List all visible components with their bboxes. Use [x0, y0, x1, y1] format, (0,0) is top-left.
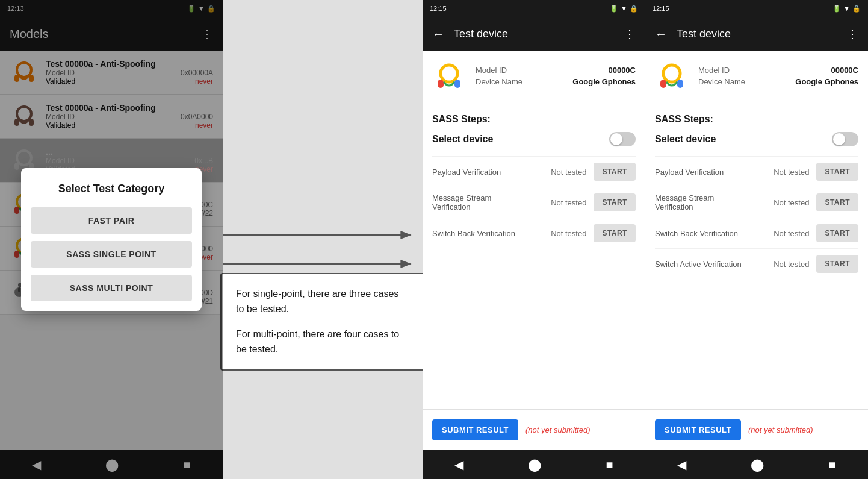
status-icons-3: 🔋 ▼ 🔒	[832, 5, 861, 13]
test-row-2-2: Switch Back Verification Not tested STAR…	[432, 218, 636, 248]
test-status-2-0: Not tested	[538, 167, 586, 177]
sass-single-point-button[interactable]: SASS SINGLE POINT	[31, 241, 192, 268]
signal-icon-3: 🔋	[832, 5, 841, 13]
test-label-3-0: Payload Verification	[655, 167, 761, 177]
test-status-3-1: Not tested	[761, 198, 809, 207]
back-button-3[interactable]: ←	[655, 27, 667, 41]
sass-multi-point-button[interactable]: SASS MULTI POINT	[31, 275, 192, 301]
start-button-3-1[interactable]: START	[816, 193, 858, 211]
signal-icon-2: 🔋	[610, 5, 618, 13]
caption-line2: For multi-point, there are four cases to…	[236, 327, 409, 357]
phone-3: 12:15 🔋 ▼ 🔒 ← Test device ⋮	[645, 0, 868, 479]
header-menu-icon-2[interactable]: ⋮	[624, 27, 636, 41]
device-header-left-2: ← Test device	[432, 27, 508, 41]
start-button-3-0[interactable]: START	[816, 163, 858, 181]
status-bar-3: 12:15 🔋 ▼ 🔒	[645, 0, 868, 17]
status-bar-2: 12:15 🔋 ▼ 🔒	[423, 0, 645, 17]
device-name-label-2: Device Name	[476, 77, 522, 86]
caption-box: For single-point, there are three cases …	[220, 273, 425, 371]
test-label-3-3: Switch Active Verification	[655, 260, 761, 269]
sass-section-3: SASS Steps: Select device Payload Verifi…	[645, 104, 868, 409]
test-label-2-2: Switch Back Verification	[432, 229, 538, 238]
nav-bar-3: ◀ ⬤ ■	[645, 450, 868, 479]
model-id-value-2: 00000C	[608, 66, 636, 75]
device-header-3: ← Test device ⋮	[645, 17, 868, 51]
test-status-2-1: Not tested	[538, 198, 586, 207]
svg-point-23	[441, 65, 457, 82]
test-status-3-2: Not tested	[761, 229, 809, 238]
select-device-row-3: Select device	[655, 132, 858, 146]
lock-icon-2: 🔒	[630, 5, 638, 13]
test-status-3-3: Not tested	[761, 260, 809, 269]
model-id-value-3: 00000C	[831, 66, 858, 75]
wifi-icon-2: ▼	[621, 5, 627, 12]
sass-title-3: SASS Steps:	[655, 114, 858, 125]
phone-1: 12:13 🔋 ▼ 🔒 Models ⋮	[0, 0, 223, 479]
test-row-2-0: Payload Verification Not tested START	[432, 156, 636, 187]
not-submitted-2: (not yet submitted)	[525, 425, 591, 434]
submit-area-2: SUBMIT RESULT (not yet submitted)	[423, 409, 645, 450]
submit-button-3[interactable]: SUBMIT RESULT	[655, 419, 741, 440]
test-row-2-1: Message StreamVerification Not tested ST…	[432, 187, 636, 218]
test-status-3-0: Not tested	[761, 167, 809, 177]
arrows-svg	[223, 0, 423, 479]
start-button-3-2[interactable]: START	[816, 224, 858, 242]
test-row-3-0: Payload Verification Not tested START	[655, 156, 858, 187]
select-device-label-2: Select device	[432, 134, 493, 145]
svg-rect-24	[438, 80, 444, 88]
time-2: 12:15	[430, 5, 447, 12]
device-header-title-3: Test device	[677, 28, 731, 40]
device-header-title-2: Test device	[454, 28, 508, 40]
time-3: 12:15	[653, 5, 669, 12]
start-button-2-1[interactable]: START	[594, 193, 636, 211]
phone-1-content: Models ⋮ Test 00000a - Anti-Spoofing	[0, 17, 223, 450]
select-device-toggle-3[interactable]	[832, 132, 858, 146]
device-info-text-2: Model ID 00000C Device Name Google Gphon…	[476, 66, 636, 89]
device-name-label-3: Device Name	[698, 77, 745, 86]
phone-2-content: ← Test device ⋮ Model ID 00000C	[423, 17, 645, 450]
device-header-2: ← Test device ⋮	[423, 17, 645, 51]
phone-2: 12:15 🔋 ▼ 🔒 ← Test device ⋮	[423, 0, 645, 479]
model-id-label-2: Model ID	[476, 66, 507, 75]
dialog-title: Select Test Category	[31, 183, 192, 195]
header-menu-icon-3[interactable]: ⋮	[846, 27, 858, 41]
dialog-overlay[interactable]: Select Test Category FAST PAIR SASS SING…	[0, 17, 223, 450]
test-label-2-1: Message StreamVerification	[432, 193, 538, 211]
device-name-value-2: Google Gphones	[572, 77, 636, 86]
nav-home-2[interactable]: ⬤	[513, 452, 556, 477]
model-id-row-2: Model ID 00000C	[476, 66, 636, 75]
nav-recents-2[interactable]: ■	[591, 453, 627, 477]
start-button-2-2[interactable]: START	[594, 224, 636, 242]
model-id-label-3: Model ID	[698, 66, 730, 75]
sass-title-2: SASS Steps:	[432, 114, 636, 125]
status-icons-2: 🔋 ▼ 🔒	[610, 5, 638, 13]
select-category-dialog: Select Test Category FAST PAIR SASS SING…	[21, 168, 202, 311]
start-button-2-0[interactable]: START	[594, 163, 636, 181]
test-row-3-3: Switch Active Verification Not tested ST…	[655, 248, 858, 279]
device-name-value-3: Google Gphones	[795, 77, 858, 86]
lock-icon-3: 🔒	[852, 5, 861, 13]
nav-back-2[interactable]: ◀	[440, 452, 478, 477]
nav-recents-3[interactable]: ■	[814, 453, 850, 477]
nav-home-3[interactable]: ⬤	[736, 452, 778, 477]
back-button-2[interactable]: ←	[432, 27, 444, 41]
submit-button-2[interactable]: SUBMIT RESULT	[432, 419, 518, 440]
fast-pair-button[interactable]: FAST PAIR	[31, 207, 192, 234]
select-device-toggle-2[interactable]	[609, 132, 636, 146]
test-label-2-0: Payload Verification	[432, 167, 538, 177]
device-header-left-3: ← Test device	[655, 27, 731, 41]
wifi-icon-3: ▼	[843, 5, 850, 12]
model-id-row-3: Model ID 00000C	[698, 66, 858, 75]
device-logo-2	[432, 60, 466, 94]
nav-back-3[interactable]: ◀	[663, 452, 701, 477]
start-button-3-3[interactable]: START	[816, 255, 858, 273]
submit-area-3: SUBMIT RESULT (not yet submitted)	[645, 409, 868, 450]
nav-bar-2: ◀ ⬤ ■	[423, 450, 645, 479]
svg-rect-27	[660, 80, 666, 88]
device-logo-3	[655, 60, 689, 94]
middle-section: For single-point, there are three cases …	[223, 0, 423, 479]
svg-point-26	[663, 65, 680, 82]
device-name-row-2: Device Name Google Gphones	[476, 77, 636, 86]
test-row-3-1: Message StreamVerification Not tested ST…	[655, 187, 858, 218]
test-status-2-2: Not tested	[538, 229, 586, 238]
